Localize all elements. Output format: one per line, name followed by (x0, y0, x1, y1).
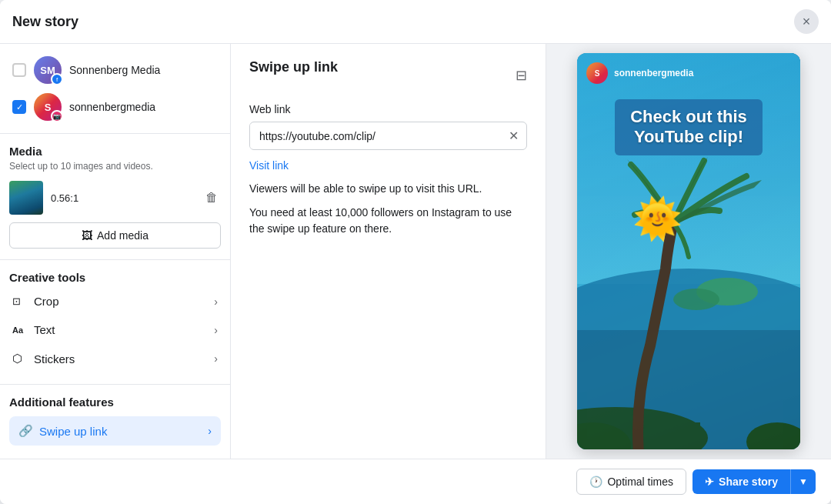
svg-point-5 (673, 289, 719, 310)
crop-chevron-icon: › (214, 295, 218, 308)
story-background: S sonnenbergmedia Check out this YouTube… (577, 53, 800, 449)
stickers-label: Stickers (34, 352, 214, 365)
text-chevron-icon: › (214, 324, 218, 336)
story-text-box: Check out this YouTube clip! (615, 99, 763, 155)
send-icon: ✈ (705, 476, 714, 488)
optimal-times-button[interactable]: 🕐 Optimal times (576, 469, 686, 495)
media-section-subtitle: Select up to 10 images and videos. (9, 161, 221, 172)
media-ratio: 0.56:1 (51, 192, 195, 204)
text-label: Text (34, 323, 214, 336)
add-media-button[interactable]: 🖼 Add media (9, 222, 221, 249)
crop-tool[interactable]: ⊡ Crop › (9, 287, 221, 315)
instagram-badge: 📷 (51, 110, 63, 122)
story-emoji-sticker: 🌞 (632, 195, 682, 242)
media-section-title: Media (9, 145, 221, 158)
info-text: Viewers will be able to swipe up to visi… (249, 181, 527, 197)
account-checkbox-facebook[interactable] (12, 63, 26, 77)
panel-title-row: Swipe up link ⊟ (249, 59, 527, 91)
optimal-times-label: Optimal times (607, 476, 673, 488)
additional-features-title: Additional features (9, 396, 221, 409)
stickers-chevron-icon: › (214, 352, 218, 365)
account-list: SM f Sonnenberg Media ✓ S 📷 sonnenbergme… (0, 44, 230, 134)
right-panel: S sonnenbergmedia Check out this YouTube… (546, 44, 831, 459)
text-tool[interactable]: Aa Text › (9, 315, 221, 344)
left-panel: SM f Sonnenberg Media ✓ S 📷 sonnenbergme… (0, 44, 231, 459)
account-avatar-facebook: SM f (34, 56, 62, 84)
crop-label: Crop (34, 295, 214, 308)
media-thumbnail (9, 181, 43, 215)
story-avatar: S (586, 62, 608, 84)
clock-icon: 🕐 (589, 476, 602, 488)
account-name-instagram: sonnenbergmedia (69, 101, 155, 113)
text-icon: Aa (12, 325, 34, 335)
delete-media-button[interactable]: 🗑 (202, 188, 221, 208)
story-header: S sonnenbergmedia (586, 62, 693, 84)
info-note: You need at least 10,000 followers on In… (249, 205, 527, 237)
crop-icon: ⊡ (12, 295, 34, 307)
swipe-up-panel-title: Swipe up link (249, 59, 338, 75)
close-button[interactable]: × (794, 9, 819, 34)
url-input[interactable] (250, 124, 501, 149)
url-clear-button[interactable]: ✕ (501, 122, 526, 149)
swipe-up-chevron-icon: › (208, 425, 212, 437)
bottom-bar: 🕐 Optimal times ✈ Share story ▼ (0, 459, 831, 504)
url-input-row: ✕ (249, 122, 527, 150)
creative-tools-title: Creative tools (9, 271, 221, 284)
account-item-facebook[interactable]: SM f Sonnenberg Media (9, 52, 221, 88)
web-link-label: Web link (249, 103, 527, 115)
story-text-overlay: Check out this YouTube clip! (577, 99, 800, 155)
additional-features-section: Additional features 🔗 Swipe up link › (0, 385, 230, 456)
add-media-icon: 🖼 (82, 229, 92, 242)
share-button-group: ✈ Share story ▼ (692, 469, 816, 494)
middle-panel: Swipe up link ⊟ Web link ✕ Visit link Vi… (231, 44, 546, 459)
preview-toggle-icon[interactable]: ⊟ (516, 67, 527, 84)
swipe-up-label: Swipe up link (39, 425, 202, 438)
story-username: sonnenbergmedia (614, 68, 693, 78)
media-section: Media Select up to 10 images and videos.… (0, 134, 230, 260)
swipe-up-icon: 🔗 (18, 424, 33, 438)
creative-tools-section: Creative tools ⊡ Crop › Aa Text › ⬡ Stic… (0, 260, 230, 385)
add-media-label: Add media (97, 229, 149, 242)
stickers-tool[interactable]: ⬡ Stickers › (9, 344, 221, 373)
new-story-modal: New story × SM f Sonnenberg Media ✓ (0, 0, 831, 504)
facebook-badge: f (51, 73, 63, 85)
modal-header: New story × (0, 0, 831, 44)
modal-title: New story (12, 14, 78, 30)
share-story-button[interactable]: ✈ Share story (692, 469, 790, 494)
visit-link[interactable]: Visit link (249, 159, 527, 172)
media-item: 0.56:1 🗑 (9, 181, 221, 215)
share-story-label: Share story (719, 476, 778, 488)
account-avatar-instagram: S 📷 (34, 93, 62, 121)
account-item-instagram[interactable]: ✓ S 📷 sonnenbergmedia (9, 88, 221, 125)
modal-body: SM f Sonnenberg Media ✓ S 📷 sonnenbergme… (0, 44, 831, 459)
stickers-icon: ⬡ (12, 352, 34, 365)
swipe-up-link-item[interactable]: 🔗 Swipe up link › (9, 416, 221, 446)
account-checkbox-instagram[interactable]: ✓ (12, 100, 26, 114)
account-name-facebook: Sonnenberg Media (69, 64, 160, 76)
story-preview: S sonnenbergmedia Check out this YouTube… (577, 53, 800, 449)
story-main-text-line1: Check out this (630, 107, 747, 127)
share-story-dropdown-button[interactable]: ▼ (790, 469, 816, 494)
story-main-text-line2: YouTube clip! (630, 127, 747, 147)
